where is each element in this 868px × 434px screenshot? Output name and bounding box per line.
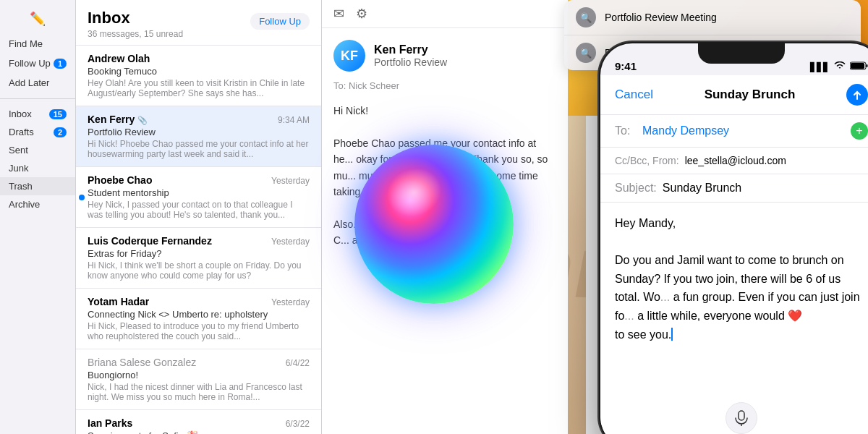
search-item-text: Portfolio Review Meeting (605, 12, 717, 23)
sidebar-item-find-me[interactable]: Find Me (0, 34, 75, 54)
unread-indicator (79, 195, 85, 200)
email-subject: Portfolio Review (88, 127, 310, 137)
signal-icon: ▋▋▋ (810, 62, 830, 72)
status-time: 9:41 (615, 60, 637, 72)
compose-header: Cancel Sunday Brunch (600, 75, 868, 115)
siri-sphere[interactable] (354, 145, 514, 304)
avatar: KF (333, 40, 365, 72)
iphone-frame: 9:41 ▋▋▋ Cancel Sunday Br (600, 43, 868, 434)
email-item-andrew-olah[interactable]: Andrew Olah Booking Temuco Hey Olah! Are… (76, 46, 321, 106)
search-icon: 🔍 (576, 43, 596, 63)
email-sender: Briana Salese Gonzalez (88, 357, 310, 368)
text-cursor (671, 328, 673, 341)
detail-toolbar: ✉ ⚙ (322, 0, 568, 28)
cancel-button[interactable]: Cancel (615, 88, 653, 102)
sidebar-item-trash[interactable]: Trash (0, 177, 75, 195)
inbox-badge: 15 (49, 109, 67, 119)
detail-subject-label: Portfolio Review (374, 56, 447, 68)
email-preview: Hi Nick, I think we'll be short a couple… (88, 260, 310, 281)
sent-label: Sent (9, 145, 28, 156)
inbox-label: Inbox (9, 109, 32, 119)
wifi-icon (834, 61, 846, 72)
cc-bcc-label: Cc/Bcc, From: (615, 155, 679, 166)
email-preview: Hi Nick! Phoebe Chao passed me your cont… (88, 139, 310, 159)
email-item-luis-fernandez[interactable]: Yesterday Luis Coderque Fernandez Extras… (76, 228, 321, 289)
sidebar-item-junk[interactable]: Junk (0, 159, 75, 177)
cc-bcc-field[interactable]: Cc/Bcc, From: lee_stella@icloud.com (600, 148, 868, 174)
flag-icon[interactable]: ⚙ (356, 6, 367, 22)
sidebar-top-icons: ✏️ (0, 0, 75, 34)
archive-label: Archive (9, 199, 40, 210)
sidebar-item-archive[interactable]: Archive (0, 195, 75, 213)
sidebar-item-follow-up[interactable]: Follow Up 1 (0, 54, 75, 73)
email-time: Yesterday (271, 297, 310, 307)
sidebar-mailboxes-section: Inbox 15 Drafts 2 Sent Junk Trash Archiv… (0, 98, 75, 213)
compose-toolbar-bottom (600, 402, 868, 434)
body-paragraph-1: Hi Nick! (333, 103, 556, 119)
add-recipient-button[interactable]: + (851, 122, 868, 140)
email-sender: Andrew Olah (88, 53, 310, 64)
compose-title: Sunday Brunch (705, 88, 796, 102)
email-subject: Student mentorship (88, 187, 310, 198)
drafts-badge: 2 (54, 127, 67, 137)
email-subject: Extras for Friday? (88, 248, 310, 259)
sidebar-item-drafts[interactable]: Drafts 2 (0, 123, 75, 141)
mail-list: Inbox 36 messages, 15 unread Follow Up A… (76, 0, 322, 434)
to-field[interactable]: To: Mandy Dempsey + (600, 115, 868, 148)
email-item-briana-gonzalez[interactable]: 6/4/22 Briana Salese Gonzalez Buongiorno… (76, 349, 321, 410)
email-item-yotam-hadar[interactable]: Yesterday Yotam Hadar Connecting Nick <>… (76, 289, 321, 349)
detail-sender-name: Ken Ferry (374, 43, 447, 56)
body-greeting: Hey Mandy, (615, 214, 868, 233)
microphone-button[interactable] (726, 402, 757, 434)
email-subject: Connecting Nick <> Umberto re: upholster… (88, 309, 310, 320)
ellipsis-2: ... (624, 310, 634, 322)
battery-icon (850, 61, 868, 72)
email-preview: Hi Nick, Pleased to introduce you to my … (88, 321, 310, 341)
mail-sidebar: ✏️ Find Me Follow Up 1 Add Later Inbox 1… (0, 0, 76, 434)
to-label: To: (615, 124, 637, 137)
sidebar-item-sent[interactable]: Sent (0, 141, 75, 159)
svg-rect-1 (867, 64, 868, 67)
attachment-icon: 📎 (137, 116, 148, 124)
email-item-ken-ferry[interactable]: 9:34 AM Ken Ferry 📎 Portfolio Review Hi … (76, 106, 321, 167)
email-item-phoebe-chao[interactable]: Yesterday Phoebe Chao Student mentorship… (76, 167, 321, 228)
ellipsis-1: ... (660, 291, 670, 303)
sidebar-item-add-later[interactable]: Add Later (0, 73, 75, 93)
follow-up-button[interactable]: Follow Up (250, 13, 310, 30)
compose-body-text: Hey Mandy, Do you and Jamil want to come… (615, 214, 868, 344)
sidebar-item-inbox[interactable]: Inbox 15 (0, 105, 75, 123)
subject-value: Sunday Brunch (663, 182, 741, 195)
search-item-portfolio-meeting[interactable]: 🔍 Portfolio Review Meeting (564, 0, 861, 35)
body-content: Do you and Jamil want to come to brunch … (615, 251, 868, 344)
email-time: Yesterday (271, 176, 310, 186)
svg-rect-3 (739, 411, 744, 420)
email-subject: Surprise party for Sofia 🎉 (88, 430, 310, 434)
email-time: 9:34 AM (278, 115, 310, 125)
compose-area: Cancel Sunday Brunch To: Mandy Dempsey +… (600, 75, 868, 434)
drafts-label: Drafts (9, 127, 34, 137)
email-preview: Hey Olah! Are you still keen to visit Kr… (88, 78, 310, 98)
sender-info: Ken Ferry Portfolio Review (374, 43, 447, 68)
email-time: Yesterday (271, 237, 310, 247)
envelope-icon[interactable]: ✉ (333, 6, 344, 22)
compose-body[interactable]: Hey Mandy, Do you and Jamil want to come… (600, 203, 868, 355)
email-sender: Ken Ferry 📎 (88, 114, 310, 125)
email-sender: Ian Parks (88, 417, 310, 429)
sender-row: KF Ken Ferry Portfolio Review (333, 40, 556, 72)
send-button[interactable] (846, 84, 868, 106)
follow-up-badge: 1 (54, 59, 67, 69)
email-preview: Hey Nick, I passed your contact on to th… (88, 200, 310, 220)
email-preview: Nick, I had the nicest dinner with Lia a… (88, 382, 310, 402)
iphone-notch (698, 43, 785, 64)
email-time: 6/3/22 (286, 419, 310, 429)
to-value: Mandy Dempsey (642, 124, 729, 137)
svg-rect-2 (851, 63, 864, 69)
inbox-subtitle: 36 messages, 15 unread (88, 29, 310, 39)
mail-list-header: Inbox 36 messages, 15 unread Follow Up (76, 0, 321, 46)
email-subject: Booking Temuco (88, 66, 310, 77)
junk-label: Junk (9, 163, 28, 174)
email-subject: Buongiorno! (88, 370, 310, 380)
compose-icon[interactable]: ✏️ (30, 11, 46, 27)
subject-field[interactable]: Subject: Sunday Brunch (600, 174, 868, 203)
email-item-ian-parks[interactable]: 6/3/22 Ian Parks Surprise party for Sofi… (76, 410, 321, 434)
